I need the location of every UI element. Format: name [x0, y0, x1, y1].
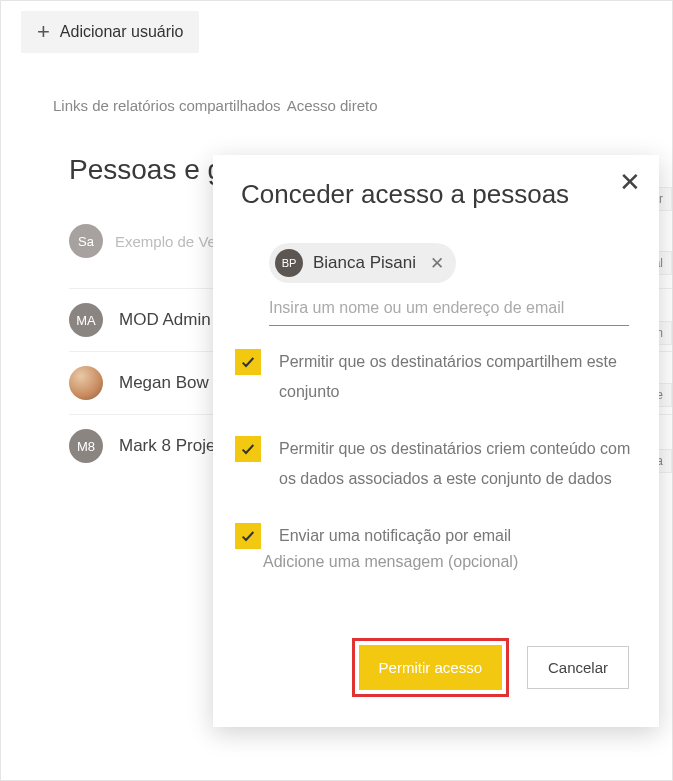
plus-icon: + — [37, 21, 50, 43]
grant-access-button[interactable]: Permitir acesso — [359, 645, 502, 690]
primary-highlight: Permitir acesso — [352, 638, 509, 697]
name-email-input[interactable] — [269, 291, 629, 326]
option-label: Permitir que os destinatários criem cont… — [279, 434, 649, 495]
option-label: Enviar uma notificação por email — [279, 521, 511, 551]
tabs: Links de relatórios compartilhados Acess… — [53, 97, 672, 124]
checkbox-allow-build[interactable] — [235, 436, 261, 462]
grant-access-dialog: ✕ Conceder acesso a pessoas BP Bianca Pi… — [213, 155, 659, 727]
avatar — [69, 366, 103, 400]
avatar: MA — [69, 303, 103, 337]
chip-name: Bianca Pisani — [313, 253, 416, 273]
recipients: BP Bianca Pisani ✕ — [269, 243, 629, 283]
dialog-actions: Permitir acesso Cancelar — [352, 638, 629, 697]
checkbox-email-notify[interactable] — [235, 523, 261, 549]
remove-chip-icon[interactable]: ✕ — [426, 253, 444, 274]
add-user-button[interactable]: + Adicionar usuário — [21, 11, 199, 53]
recipient-chip[interactable]: BP Bianca Pisani ✕ — [269, 243, 456, 283]
checkbox-allow-reshare[interactable] — [235, 349, 261, 375]
permission-options: Permitir que os destinatários compartilh… — [235, 347, 649, 577]
avatar: BP — [275, 249, 303, 277]
add-user-label: Adicionar usuário — [60, 23, 184, 41]
dialog-title: Conceder acesso a pessoas — [241, 179, 569, 210]
avatar: M8 — [69, 429, 103, 463]
option-row: Enviar uma notificação por email — [235, 521, 649, 551]
tab-shared-links[interactable]: Links de relatórios compartilhados — [53, 97, 281, 124]
list-item-label: Megan Bow — [119, 373, 209, 393]
option-label: Permitir que os destinatários compartilh… — [279, 347, 649, 408]
close-icon[interactable]: ✕ — [619, 169, 641, 195]
cancel-button[interactable]: Cancelar — [527, 646, 629, 689]
option-row: Permitir que os destinatários criem cont… — [235, 434, 649, 495]
option-row: Permitir que os destinatários compartilh… — [235, 347, 649, 408]
avatar: Sa — [69, 224, 103, 258]
message-placeholder[interactable]: Adicione uma mensagem (opcional) — [263, 553, 518, 571]
list-item-label: Mark 8 Proje — [119, 436, 215, 456]
tab-direct-access[interactable]: Acesso direto — [287, 97, 378, 124]
list-item-label: MOD Admin — [119, 310, 211, 330]
